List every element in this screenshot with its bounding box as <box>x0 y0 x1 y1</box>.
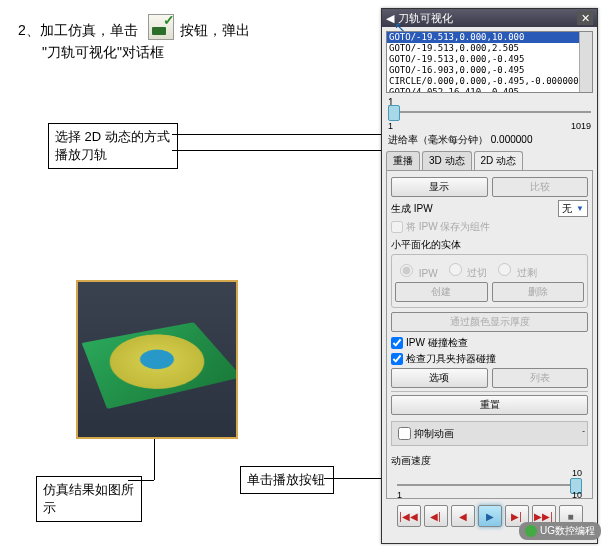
doc-text-1a: 2、加工仿真，单击 <box>18 22 138 38</box>
dialog-titlebar: ◀ 刀轨可视化 ✕ <box>382 9 597 27</box>
ipw-select[interactable]: 无▼ <box>558 200 588 217</box>
toolbar-visualize-icon[interactable] <box>148 14 174 40</box>
list-button: 列表 <box>492 368 589 388</box>
ipw-label: 生成 IPW <box>391 202 558 216</box>
chk-suppress[interactable] <box>398 427 411 440</box>
callout-result: 仿真结果如图所示 <box>36 476 142 522</box>
suppress-anim-row[interactable]: 抑制动画 ˇ <box>391 421 588 446</box>
list-item[interactable]: CIRCLE/0.000,0.000,-0.495,-0.000000,0.00… <box>387 76 592 87</box>
chk-tool-holder[interactable] <box>391 353 403 365</box>
reset-button[interactable]: 重置 <box>391 395 588 415</box>
create-button: 创建 <box>395 282 488 302</box>
tab-panel: 显示 比较 生成 IPW 无▼ 将 IPW 保存为组件 小平面化的实体 IPW … <box>386 170 593 499</box>
first-frame-button[interactable]: |◀◀ <box>397 505 421 527</box>
arrow-to-preview <box>154 436 155 480</box>
step-back-button[interactable]: ◀ <box>451 505 475 527</box>
display-button[interactable]: 显示 <box>391 177 488 197</box>
feedrate-label: 进给率（毫米每分钟） <box>388 134 488 145</box>
tab-replay[interactable]: 重播 <box>386 151 420 170</box>
arrow-to-slider <box>172 150 382 151</box>
radio-excess <box>498 263 511 276</box>
tab-2d[interactable]: 2D 动态 <box>474 151 524 170</box>
gcode-listbox[interactable]: GOTO/-19.513,0.000,10.000 GOTO/-19.513,0… <box>386 31 593 93</box>
close-icon[interactable]: ✕ <box>577 11 593 25</box>
radio-overcut <box>449 263 462 276</box>
simulation-preview <box>76 280 238 439</box>
callout-play: 单击播放按钮 <box>240 466 334 494</box>
feedrate-value: 0.000000 <box>491 134 533 145</box>
thickness-button: 通过颜色显示厚度 <box>391 312 588 332</box>
frame-slider[interactable]: 1 1 1019 <box>388 97 591 123</box>
doc-text-1b: 按钮，弹出 <box>180 22 250 38</box>
chk-save-ipw <box>391 221 403 233</box>
chk-ipw-collision[interactable] <box>391 337 403 349</box>
dialog-title: 刀轨可视化 <box>398 11 453 26</box>
callout-2d-dynamic: 选择 2D 动态的方式播放刀轨 <box>48 123 178 169</box>
toolpath-visualization-dialog: ◀ 刀轨可视化 ✕ GOTO/-19.513,0.000,10.000 GOTO… <box>381 8 598 544</box>
facet-label: 小平面化的实体 <box>391 238 588 252</box>
options-button[interactable]: 选项 <box>391 368 488 388</box>
list-item[interactable]: GOTO/-16.903,0.000,-0.495 <box>387 65 592 76</box>
prev-chunk-button[interactable]: ◀| <box>424 505 448 527</box>
play-button[interactable]: ▶↖ <box>478 505 502 527</box>
tab-3d[interactable]: 3D 动态 <box>422 151 472 170</box>
list-item[interactable]: GOTO/-19.513,0.000,-0.495 <box>387 54 592 65</box>
chevron-down-icon: ▼ <box>576 204 584 213</box>
watermark: UG数控编程 <box>519 522 601 540</box>
radio-ipw <box>400 264 413 277</box>
speed-slider[interactable]: 10 1 10 <box>397 470 582 492</box>
list-item[interactable]: GOTO/-19.513,0.000,10.000 <box>387 32 592 43</box>
compare-button: 比较 <box>492 177 589 197</box>
chevron-up-icon: ˇ <box>582 429 585 438</box>
list-item[interactable]: GOTO/-19.513,0.000,2.505 <box>387 43 592 54</box>
delete-button: 删除 <box>492 282 585 302</box>
scrollbar[interactable] <box>579 32 592 92</box>
list-item[interactable]: GOTO/4.052,16.410,-0.495 <box>387 87 592 93</box>
anim-speed-label: 动画速度 <box>391 454 588 468</box>
doc-text-2: "刀轨可视化"对话框 <box>42 44 164 62</box>
